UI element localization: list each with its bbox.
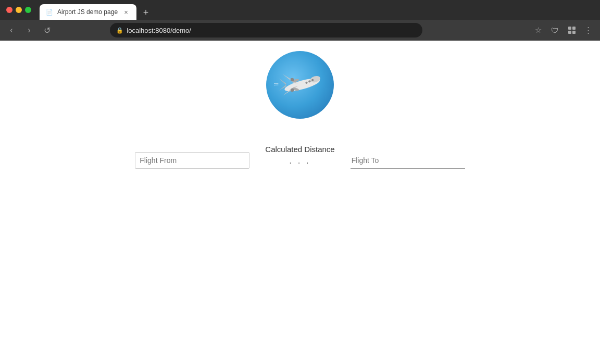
- minimize-window-button[interactable]: [16, 7, 22, 13]
- reload-icon: ↺: [44, 26, 51, 35]
- tab-close-button[interactable]: ×: [122, 8, 130, 16]
- flight-to-input[interactable]: [351, 152, 465, 169]
- browser-tab-active[interactable]: 📄 Airport JS demo page ×: [40, 4, 136, 20]
- address-bar[interactable]: 🔒 localhost:8080/demo/: [110, 23, 422, 37]
- traffic-lights: [6, 7, 31, 13]
- browser-titlebar: 📄 Airport JS demo page × +: [0, 0, 600, 20]
- svg-point-8: [311, 79, 314, 81]
- tab-title: Airport JS demo page: [57, 8, 118, 16]
- airplane-icon: [274, 64, 326, 106]
- new-tab-button[interactable]: +: [139, 5, 153, 20]
- shield-icon: 🛡: [548, 23, 562, 37]
- forward-button[interactable]: ›: [22, 23, 36, 37]
- svg-rect-0: [568, 27, 571, 30]
- calculated-distance-label: Calculated Distance: [265, 145, 334, 154]
- lock-icon: 🔒: [116, 27, 123, 34]
- app-logo: [266, 51, 334, 119]
- svg-point-6: [305, 82, 307, 84]
- calculated-distance-value: · · ·: [290, 158, 311, 167]
- svg-rect-3: [572, 31, 576, 34]
- browser-tabs: 📄 Airport JS demo page × +: [40, 0, 153, 20]
- calculated-distance-display: Calculated Distance · · ·: [265, 145, 334, 169]
- flight-from-group: [135, 152, 249, 169]
- tab-page-icon: 📄: [46, 9, 53, 16]
- page-content: Calculated Distance · · ·: [0, 41, 600, 364]
- svg-point-12: [291, 89, 294, 92]
- svg-rect-2: [568, 31, 571, 34]
- svg-point-7: [308, 80, 310, 82]
- svg-point-11: [291, 78, 294, 82]
- flight-from-input[interactable]: [135, 152, 249, 169]
- address-bar-row: ‹ › ↺ 🔒 localhost:8080/demo/ ☆ 🛡 ⋮: [0, 20, 600, 41]
- bookmark-button[interactable]: ☆: [531, 23, 546, 37]
- fullscreen-window-button[interactable]: [25, 7, 31, 13]
- forward-icon: ›: [28, 26, 30, 35]
- reload-button[interactable]: ↺: [40, 23, 54, 37]
- form-row: Calculated Distance · · ·: [66, 145, 534, 169]
- menu-button[interactable]: ⋮: [581, 23, 596, 37]
- toolbar-icons: ☆ 🛡 ⋮: [531, 23, 596, 37]
- extensions-button[interactable]: [565, 23, 579, 37]
- svg-line-14: [274, 85, 278, 85]
- url-display: localhost:8080/demo/: [127, 27, 191, 34]
- back-icon: ‹: [10, 26, 12, 35]
- close-window-button[interactable]: [6, 7, 12, 13]
- flight-to-group: [351, 152, 465, 169]
- back-button[interactable]: ‹: [4, 23, 19, 37]
- svg-rect-1: [572, 27, 576, 30]
